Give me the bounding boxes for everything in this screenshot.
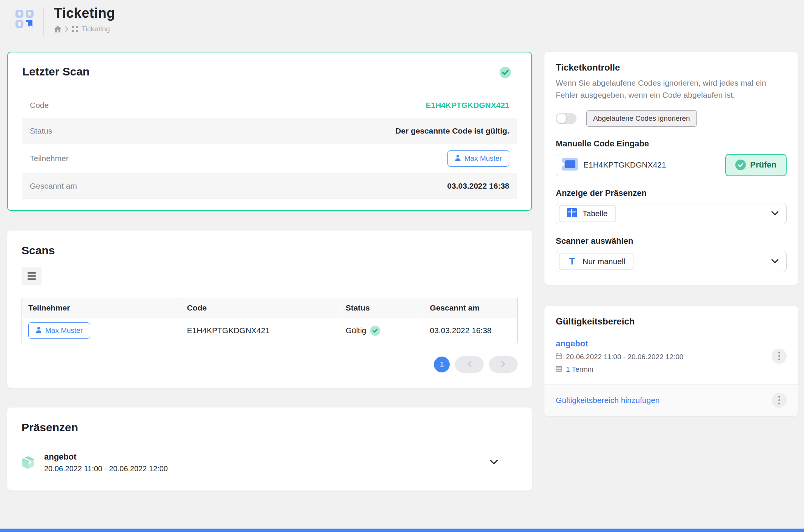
scan-status-label: Status <box>30 126 52 135</box>
breadcrumb: Ticketing <box>54 25 115 33</box>
presence-display-label: Anzeige der Präsenzen <box>556 188 787 198</box>
add-validity-link[interactable]: Gültigkeitsbereich hinzufügen <box>556 396 660 405</box>
scanned-at-value: 03.03.2022 16:38 <box>447 181 509 191</box>
validity-item-menu-button[interactable] <box>772 349 787 364</box>
page-1-button[interactable]: 1 <box>434 357 450 372</box>
scan-code-label: Code <box>30 101 49 110</box>
next-page-button[interactable] <box>489 356 518 373</box>
validity-appointments: 1 Termin <box>566 365 593 374</box>
check-code-button[interactable]: Prüfen <box>725 154 787 176</box>
text-input-icon: T <box>567 256 577 267</box>
pagination: 1 <box>22 356 518 373</box>
scan-participant-label: Teilnehmer <box>30 154 69 163</box>
presence-date-range: 20.06.2022 11:00 - 20.06.2022 12:00 <box>44 464 168 473</box>
breadcrumb-qr-icon <box>72 26 78 32</box>
check-button-label: Prüfen <box>750 160 776 170</box>
person-icon <box>36 326 42 335</box>
bottom-accent-bar <box>0 529 804 532</box>
selected-option-chip: T Nur manuell <box>559 253 633 270</box>
scanner-select-value: Nur manuell <box>583 257 625 266</box>
chevron-left-icon <box>467 361 472 369</box>
presence-display-value: Tabelle <box>583 209 608 218</box>
validity-item-link[interactable]: angebot <box>556 339 683 349</box>
chevron-down-icon <box>771 210 779 217</box>
scans-card: Scans Teilnehmer Code Status Gescannt am <box>7 231 532 388</box>
presence-item[interactable]: angebot 20.06.2022 11:00 - 20.06.2022 12… <box>22 452 518 473</box>
row-participant-button[interactable]: Max Muster <box>28 322 90 339</box>
chevron-right-icon <box>501 361 506 369</box>
table-icon <box>567 208 577 219</box>
validity-date-range: 20.06.2022 11:00 - 20.06.2022 12:00 <box>566 353 683 361</box>
calendar-icon <box>556 353 562 361</box>
scan-status-value: Der gescannte Code ist gültig. <box>395 126 509 135</box>
add-validity-menu-button[interactable] <box>772 393 787 408</box>
breadcrumb-separator-icon <box>65 26 69 32</box>
scan-code-value: E1H4KPTGKDGNX421 <box>426 101 509 110</box>
col-header-scanned-at: Gescannt am <box>423 298 518 318</box>
hamburger-icon <box>28 272 36 274</box>
manual-code-field[interactable] <box>556 154 727 176</box>
scanner-select-label: Scanner auswählen <box>556 236 787 246</box>
app-logo[interactable] <box>15 5 34 29</box>
scan-row-participant: Teilnehmer Max Muster <box>22 144 517 173</box>
person-icon <box>455 154 461 163</box>
row-scanned-at: 03.03.2022 16:38 <box>423 318 518 343</box>
qr-logo-icon <box>15 23 34 29</box>
page-title: Ticketing <box>54 5 115 21</box>
home-icon[interactable] <box>54 26 61 32</box>
presence-name: angebot <box>44 452 168 462</box>
check-circle-icon <box>735 160 746 170</box>
row-participant-label: Max Muster <box>45 326 83 335</box>
last-scan-title: Letzter Scan <box>22 65 531 78</box>
scan-valid-check-icon <box>500 67 511 78</box>
validity-card: Gültigkeitsbereich angebot <box>544 306 798 416</box>
package-box-icon <box>22 456 34 469</box>
col-header-status: Status <box>339 298 423 318</box>
app-header: Ticketing Ticketing <box>0 0 804 38</box>
ticket-control-title: Ticketkontrolle <box>556 62 787 73</box>
scanner-select[interactable]: T Nur manuell <box>556 251 787 272</box>
table-menu-button[interactable] <box>22 267 42 285</box>
ignore-expired-button[interactable]: Abgelaufene Codes ignorieren <box>586 110 697 127</box>
row-status: Gültig <box>346 326 366 335</box>
header-divider <box>43 7 44 35</box>
breadcrumb-current[interactable]: Ticketing <box>81 25 110 33</box>
table-row: Max Muster E1H4KPTGKDGNX421 Gültig <box>22 318 518 343</box>
chevron-down-icon <box>771 258 779 265</box>
participant-button-label: Max Muster <box>464 154 502 163</box>
calendar-grid-icon <box>556 365 562 374</box>
manual-code-input[interactable] <box>583 160 720 169</box>
validity-item: angebot 20.06.2022 11:00 - 20.06. <box>556 339 787 374</box>
col-header-participant: Teilnehmer <box>22 298 180 318</box>
col-header-code: Code <box>180 298 339 318</box>
prev-page-button[interactable] <box>455 356 484 373</box>
scans-table: Teilnehmer Code Status Gescannt am <box>22 298 518 343</box>
scan-row-code: Code E1H4KPTGKDGNX421 <box>22 92 517 118</box>
scans-title: Scans <box>22 244 518 257</box>
toggle-knob <box>556 114 566 123</box>
scan-row-scanned-at: Gescannt am 03.03.2022 16:38 <box>22 173 517 199</box>
kebab-menu-icon <box>778 396 780 398</box>
presences-title: Präsenzen <box>22 421 518 434</box>
scan-row-status: Status Der gescannte Code ist gültig. <box>22 118 517 144</box>
manual-code-label: Manuelle Code Eingabe <box>556 139 787 149</box>
selected-option-chip: Tabelle <box>559 205 616 222</box>
presence-display-select[interactable]: Tabelle <box>556 203 787 224</box>
ticket-control-description: Wenn Sie abgelaufene Codes ignorieren, w… <box>556 77 787 101</box>
presences-card: Präsenzen angebot 20.06.2022 11:00 - 20.… <box>7 407 532 490</box>
ignore-expired-toggle[interactable] <box>556 113 576 124</box>
scanned-at-label: Gescannt am <box>30 181 77 191</box>
last-scan-card: Letzter Scan Code E1H4KPTGKDGNX421 Statu… <box>7 52 532 211</box>
row-code: E1H4KPTGKDGNX421 <box>180 318 339 343</box>
kebab-menu-icon <box>778 352 780 354</box>
ticket-control-card: Ticketkontrolle Wenn Sie abgelaufene Cod… <box>544 52 798 285</box>
ticket-icon <box>562 158 578 172</box>
valid-check-icon <box>370 326 380 336</box>
chevron-down-icon[interactable] <box>490 459 498 466</box>
participant-button[interactable]: Max Muster <box>447 150 509 167</box>
validity-title: Gültigkeitsbereich <box>556 316 787 327</box>
